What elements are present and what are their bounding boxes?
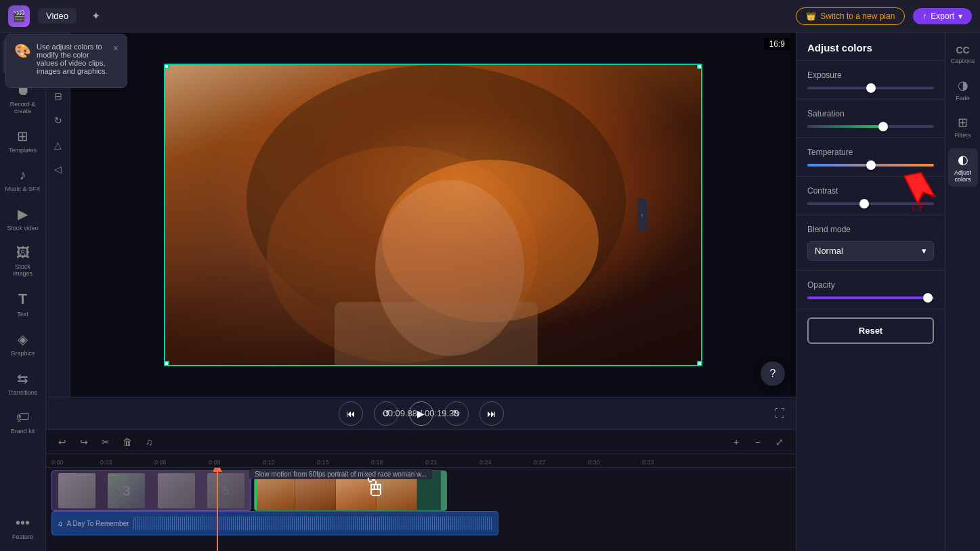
filters-icon: ⊞ <box>958 115 968 130</box>
panel-collapse-btn[interactable]: ‹ <box>637 198 647 231</box>
zoom-in-button[interactable]: + <box>728 434 744 450</box>
sidebar-label-transitions: Transitions <box>8 389 38 396</box>
fullscreen-button[interactable]: ⛶ <box>774 407 785 420</box>
video-content <box>165 65 701 365</box>
blend-mode-chevron: ▾ <box>922 246 926 256</box>
sidebar-label-record: Record &create <box>10 101 36 114</box>
captions-label: Captions <box>951 58 975 64</box>
blend-mode-value: Normal <box>815 246 843 256</box>
cut-button[interactable]: ✂ <box>98 434 114 450</box>
skip-back-button[interactable]: ⏮ <box>339 401 363 426</box>
video-preview[interactable] <box>164 64 702 366</box>
ruler-mark-11: 0:33 <box>642 459 654 466</box>
magic-icon-btn[interactable]: ✦ <box>85 5 106 27</box>
export-icon: ↑ <box>922 12 926 21</box>
blend-mode-section: Blend mode Normal ▾ <box>796 215 945 271</box>
playhead[interactable] <box>217 468 218 551</box>
saturation-section: Saturation <box>796 100 945 138</box>
sidebar-item-text[interactable]: T Text <box>3 285 43 323</box>
sidebar-item-stock-video[interactable]: ▶ Stock video <box>3 200 43 237</box>
ruler-mark-4: 0:12 <box>263 459 275 466</box>
corner-handle-tr[interactable] <box>697 64 702 69</box>
captions-icon: CC <box>956 45 969 56</box>
switch-plan-button[interactable]: 👑 Switch to a new plan <box>796 7 905 25</box>
left-sidebar: 🎬 My media ⏺ Record &create ⊞ Templates … <box>0 32 46 551</box>
sidebar-item-music[interactable]: ♪ Music & SFX <box>3 162 43 198</box>
fade-button[interactable]: ◑ Fade <box>948 74 978 106</box>
crown-icon: 👑 <box>806 12 816 21</box>
temperature-slider[interactable] <box>807 164 934 167</box>
time-display: 00:09.88 / 00:19.33 <box>383 408 459 418</box>
tooltip-header: 🎨 Use adjust colors to modify the color … <box>14 43 119 75</box>
export-button[interactable]: ↑ Export ▾ <box>913 8 972 24</box>
sidebar-label-stock-video: Stock video <box>7 225 39 232</box>
sidebar-item-graphics[interactable]: ◈ Graphics <box>3 326 43 362</box>
main-area: 🎬 My media ⏺ Record &create ⊞ Templates … <box>0 32 980 551</box>
arrow-tool[interactable]: ◁ <box>49 160 68 179</box>
music-icon: ♪ <box>20 167 26 183</box>
svg-rect-4 <box>335 302 538 366</box>
sidebar-item-brand-kit[interactable]: 🏷 Brand kit <box>3 404 43 440</box>
add-audio-button[interactable]: ♫ <box>141 434 157 450</box>
sidebar-item-feature[interactable]: ••• Feature <box>3 510 43 546</box>
shape-tool[interactable]: △ <box>49 135 68 154</box>
redo-button[interactable]: ↪ <box>76 434 92 450</box>
sidebar-label-music: Music & SFX <box>5 185 41 192</box>
blend-mode-label: Blend mode <box>807 225 934 234</box>
ruler-mark-3: 0:09 <box>209 459 221 466</box>
delete-button[interactable]: 🗑 <box>119 434 135 450</box>
video-overlay <box>165 65 702 366</box>
reset-button[interactable]: Reset <box>807 317 934 344</box>
sidebar-label-graphics: Graphics <box>10 350 35 357</box>
tooltip-text: Use adjust colors to modify the color va… <box>37 43 108 75</box>
clip-handle-right[interactable] <box>441 471 446 510</box>
filters-label: Filters <box>954 132 971 139</box>
opacity-slider[interactable] <box>807 296 934 299</box>
sidebar-label-feature: Feature <box>12 533 33 540</box>
sidebar-item-transitions[interactable]: ⇆ Transitions <box>3 365 43 401</box>
contrast-thumb[interactable] <box>859 199 869 208</box>
sidebar-item-stock-images[interactable]: 🖼 Stock images <box>3 240 43 282</box>
rotate-tool[interactable]: ↻ <box>49 111 68 130</box>
opacity-label: Opacity <box>807 280 934 290</box>
exposure-slider[interactable] <box>807 87 934 89</box>
fade-label: Fade <box>956 95 970 102</box>
adjust-colors-panel: 🎨 Use adjust colors to modify the color … <box>796 32 945 551</box>
video-clip-1[interactable]: 3 5 <box>51 470 251 511</box>
ruler-mark-6: 0:18 <box>371 459 383 466</box>
playback-controls: ⏮ ↺ ▶ ↻ ⏭ 00:09.88 / 00:19.33 ⛶ <box>46 397 796 429</box>
timeline-area: ↩ ↪ ✂ 🗑 ♫ + − ⤢ 0:00 0:03 0:06 0:09 0:12… <box>46 429 796 551</box>
fade-icon: ◑ <box>958 78 968 93</box>
zoom-out-button[interactable]: − <box>750 434 766 450</box>
ruler-mark-5: 0:15 <box>317 459 329 466</box>
blend-mode-select[interactable]: Normal ▾ <box>807 241 934 261</box>
canvas-main: ⤢ ⊡ ⊟ ↻ △ ◁ <box>46 32 796 397</box>
opacity-thumb[interactable] <box>923 293 933 303</box>
corner-handle-br[interactable] <box>697 361 702 366</box>
temperature-section: Temperature <box>796 138 945 177</box>
corner-handle-bl[interactable] <box>164 361 169 366</box>
undo-button[interactable]: ↩ <box>54 434 70 450</box>
audio-icon: ♫ <box>58 520 63 527</box>
screen-tool[interactable]: ⊟ <box>49 87 68 106</box>
saturation-thumb[interactable] <box>878 122 888 131</box>
tab-video[interactable]: Video <box>38 8 77 24</box>
corner-handle-tl[interactable] <box>164 64 169 69</box>
filters-button[interactable]: ⊞ Filters <box>948 111 978 143</box>
expand-timeline-button[interactable]: ⤢ <box>771 434 788 450</box>
tooltip-close-button[interactable]: × <box>113 43 119 53</box>
exposure-section: Exposure <box>796 61 945 100</box>
saturation-slider[interactable] <box>807 125 934 128</box>
contrast-slider[interactable] <box>807 202 934 205</box>
skip-forward-button[interactable]: ⏭ <box>480 401 504 426</box>
captions-button[interactable]: CC Captions <box>948 41 978 68</box>
sidebar-item-templates[interactable]: ⊞ Templates <box>3 123 43 159</box>
help-button[interactable]: ? <box>761 361 785 386</box>
adjust-colors-button[interactable]: ◐ Adjustcolors <box>948 148 978 187</box>
transitions-icon: ⇆ <box>17 370 28 387</box>
ruler-mark-8: 0:24 <box>480 459 492 466</box>
exposure-thumb[interactable] <box>866 83 876 93</box>
temperature-thumb[interactable] <box>866 160 876 170</box>
audio-clip[interactable]: ♫ A Day To Remember <box>51 511 498 535</box>
ruler-mark-1: 0:03 <box>100 459 112 466</box>
